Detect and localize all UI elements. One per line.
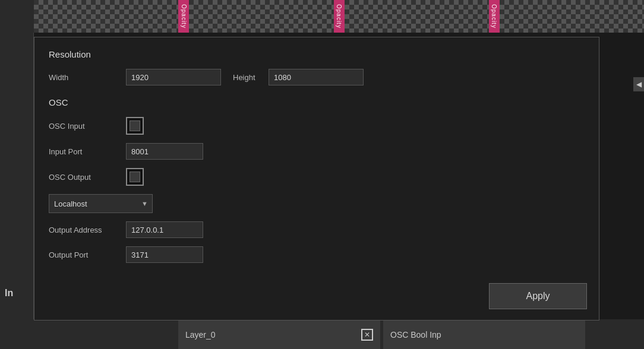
osc-output-checkbox[interactable] xyxy=(126,168,144,186)
layer-tab-close-button[interactable]: ✕ xyxy=(361,329,373,341)
opacity-bar-1: Opacity xyxy=(178,0,189,33)
osc-tab-label: OSC Bool Inp xyxy=(390,330,441,340)
right-arrow-button[interactable]: ◀ xyxy=(633,77,644,91)
osc-tab[interactable]: OSC Bool Inp xyxy=(383,319,585,349)
width-label: Width xyxy=(49,73,126,82)
output-address-row: Output Address xyxy=(49,221,585,238)
apply-button[interactable]: Apply xyxy=(489,283,587,309)
osc-output-row: OSC Output xyxy=(49,168,585,186)
osc-input-row: OSC Input xyxy=(49,117,585,135)
localhost-row: Localhost Custom ▼ xyxy=(49,194,585,213)
localhost-select-wrapper: Localhost Custom ▼ xyxy=(49,194,153,213)
output-port-input[interactable] xyxy=(126,246,203,263)
output-address-label: Output Address xyxy=(49,226,126,234)
osc-output-label: OSC Output xyxy=(49,173,126,182)
input-port-input[interactable] xyxy=(126,143,203,160)
output-address-input[interactable] xyxy=(126,221,203,238)
left-label: In xyxy=(0,288,34,299)
left-panel: In xyxy=(0,33,34,323)
osc-section-title: OSC xyxy=(49,97,585,107)
layer-tab-label: Layer_0 xyxy=(185,330,216,340)
output-port-row: Output Port xyxy=(49,246,585,263)
opacity-bar-3: Opacity xyxy=(489,0,500,33)
output-port-label: Output Port xyxy=(49,250,126,259)
width-input[interactable] xyxy=(126,69,221,85)
osc-input-checkbox[interactable] xyxy=(126,117,144,135)
input-port-row: Input Port xyxy=(49,143,585,160)
layer-tab[interactable]: Layer_0 ✕ xyxy=(178,319,380,349)
resolution-section-title: Resolution xyxy=(49,49,585,59)
localhost-select[interactable]: Localhost Custom xyxy=(49,194,153,213)
checkbox-inner xyxy=(130,120,140,131)
osc-input-label: OSC Input xyxy=(49,122,126,131)
resolution-row: Width Height xyxy=(49,69,585,85)
height-label: Height xyxy=(233,73,269,82)
osc-output-checkbox-inner xyxy=(130,172,140,182)
bottom-bar: Layer_0 ✕ OSC Bool Inp xyxy=(0,319,644,349)
opacity-bar-2: Opacity xyxy=(334,0,345,33)
input-port-label: Input Port xyxy=(49,147,126,156)
settings-dialog: Resolution Width Height OSC OSC Input In… xyxy=(34,37,599,321)
height-input[interactable] xyxy=(269,69,364,85)
